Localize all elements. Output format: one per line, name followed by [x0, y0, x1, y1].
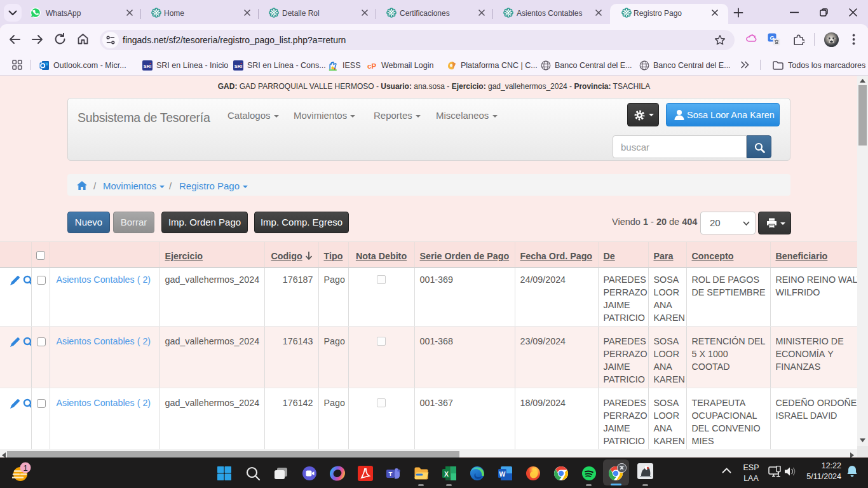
svg-text:W: W: [499, 470, 506, 478]
svg-text:cP: cP: [367, 62, 376, 70]
svg-text:X: X: [444, 470, 449, 478]
svg-text:T: T: [389, 470, 393, 477]
svg-text:1: 1: [23, 463, 27, 473]
